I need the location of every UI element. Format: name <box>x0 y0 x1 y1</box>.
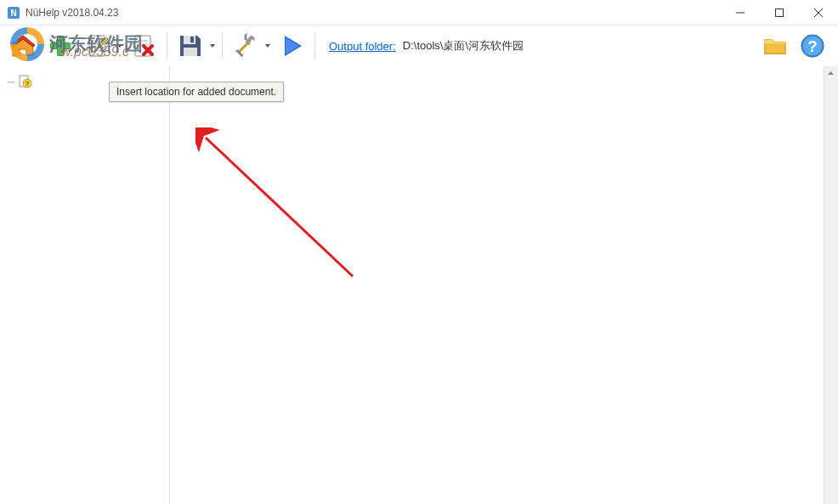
tools-button[interactable] <box>228 28 263 64</box>
toolbar-separator <box>222 32 223 59</box>
window-title: NüHelp v2018.04.23 <box>25 7 721 19</box>
toolbar-separator <box>314 32 315 59</box>
play-button[interactable] <box>274 28 309 64</box>
home-icon <box>9 32 37 59</box>
window-controls <box>721 0 838 25</box>
tree-connector: ····· <box>7 77 14 87</box>
close-button[interactable] <box>799 0 838 25</box>
help-button[interactable]: ? <box>797 31 828 61</box>
output-folder-label[interactable]: Output folder: <box>329 40 396 53</box>
svg-rect-19 <box>184 48 197 56</box>
tree-panel[interactable]: ····· ? <box>0 66 170 504</box>
add-button[interactable] <box>42 28 78 64</box>
vertical-scrollbar[interactable] <box>824 66 838 504</box>
tools-dropdown[interactable] <box>263 28 272 64</box>
maximize-button[interactable] <box>760 0 799 25</box>
toolbar-separator <box>167 32 167 59</box>
add-icon <box>47 32 74 59</box>
edit-button[interactable] <box>80 28 116 64</box>
svg-rect-10 <box>89 36 105 56</box>
save-icon <box>177 32 204 59</box>
save-dropdown[interactable] <box>208 28 217 64</box>
main-area: ····· ? <box>0 66 838 504</box>
document-help-icon: ? <box>18 75 31 88</box>
play-icon <box>278 32 305 59</box>
help-icon: ? <box>800 33 825 59</box>
toolbar: Output folder: D:\tools\桌面\河东软件园 ? <box>0 25 838 66</box>
browse-folder-button[interactable] <box>760 31 790 61</box>
svg-rect-18 <box>190 37 194 42</box>
svg-rect-3 <box>776 9 784 17</box>
save-button[interactable] <box>173 28 208 64</box>
remove-button[interactable] <box>126 28 161 64</box>
svg-text:?: ? <box>25 80 29 88</box>
edit-dropdown[interactable] <box>116 28 124 64</box>
folder-icon <box>762 33 788 59</box>
output-folder-section: Output folder: D:\tools\桌面\河东软件园 <box>329 38 758 54</box>
tools-icon <box>232 32 259 59</box>
tooltip: Insert location for added document. <box>109 82 284 102</box>
svg-text:?: ? <box>807 37 817 55</box>
home-button[interactable] <box>5 28 41 64</box>
minimize-button[interactable] <box>721 0 760 25</box>
svg-rect-9 <box>51 43 70 48</box>
output-folder-path: D:\tools\桌面\河东软件园 <box>403 38 758 54</box>
scroll-up-icon <box>825 68 836 79</box>
titlebar: N NüHelp v2018.04.23 <box>0 0 838 25</box>
svg-text:N: N <box>10 8 16 18</box>
content-panel <box>170 66 838 504</box>
remove-icon <box>130 32 157 59</box>
app-icon: N <box>7 6 20 20</box>
edit-icon <box>84 32 111 59</box>
